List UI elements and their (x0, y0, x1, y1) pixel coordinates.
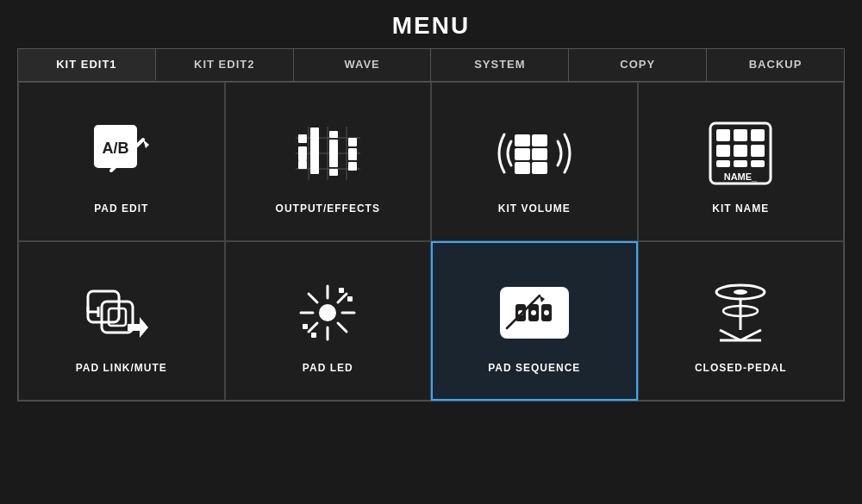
grid-item-pad-led[interactable]: PAD LED (225, 241, 432, 401)
svg-rect-56 (347, 296, 353, 302)
svg-rect-29 (734, 129, 747, 141)
pad-edit-icon: A/B (83, 115, 160, 192)
kit-volume-label: KIT VOLUME (498, 202, 571, 215)
svg-text:NAME_: NAME_ (724, 171, 758, 182)
svg-rect-23 (515, 148, 530, 160)
tab-copy[interactable]: COPY (569, 49, 707, 81)
pad-link-mute-label: PAD LINK/MUTE (76, 362, 167, 374)
svg-line-49 (338, 323, 347, 332)
svg-rect-35 (734, 160, 747, 167)
pad-led-label: PAD LED (303, 362, 353, 374)
svg-line-48 (309, 294, 317, 302)
svg-rect-30 (751, 129, 765, 141)
pad-link-mute-icon (83, 274, 160, 352)
svg-rect-26 (532, 162, 547, 174)
svg-rect-19 (348, 138, 357, 146)
tab-wave[interactable]: WAVE (294, 49, 432, 81)
svg-line-50 (338, 294, 347, 302)
pad-led-icon (289, 274, 366, 352)
svg-rect-10 (298, 146, 307, 160)
svg-rect-16 (329, 131, 338, 138)
grid-item-output-effects[interactable]: OUTPUT/EFFECTS (225, 82, 432, 241)
grid-item-kit-name[interactable]: NAME_ KIT NAME (638, 82, 845, 241)
grid-item-pad-link-mute[interactable]: PAD LINK/MUTE (18, 241, 225, 401)
output-effects-icon (289, 115, 366, 192)
svg-rect-34 (716, 160, 730, 167)
kit-name-label: KIT NAME (712, 202, 769, 215)
svg-rect-21 (515, 134, 530, 146)
svg-rect-32 (734, 145, 747, 157)
svg-rect-11 (298, 134, 307, 143)
svg-marker-3 (143, 140, 149, 148)
svg-line-51 (309, 323, 317, 332)
grid-item-pad-edit[interactable]: A/B PAD EDIT (18, 82, 225, 241)
tab-system[interactable]: SYSTEM (431, 49, 569, 81)
svg-point-52 (319, 304, 336, 321)
svg-point-63 (544, 310, 549, 315)
svg-rect-31 (716, 145, 730, 157)
svg-rect-20 (348, 162, 357, 171)
svg-rect-24 (532, 148, 547, 160)
grid-item-kit-volume[interactable]: KIT VOLUME (431, 82, 638, 241)
svg-rect-36 (751, 160, 765, 167)
svg-rect-12 (298, 160, 307, 169)
kit-name-icon: NAME_ (702, 115, 779, 192)
closed-pedal-label: CLOSED-PEDAL (695, 362, 787, 374)
tab-kit-edit1[interactable]: KIT EDIT1 (18, 49, 156, 81)
svg-text:A/B: A/B (102, 140, 128, 157)
svg-rect-28 (716, 129, 730, 141)
svg-rect-53 (303, 324, 308, 329)
svg-rect-33 (751, 145, 765, 157)
closed-pedal-icon (702, 274, 779, 352)
svg-rect-54 (311, 333, 316, 338)
output-effects-label: OUTPUT/EFFECTS (276, 202, 380, 215)
svg-rect-13 (310, 129, 319, 174)
svg-rect-18 (348, 148, 357, 160)
svg-point-62 (531, 310, 536, 315)
grid-item-pad-sequence[interactable]: PAD SEQUENCE (431, 241, 638, 401)
tab-backup[interactable]: BACKUP (707, 49, 844, 81)
pad-sequence-icon (496, 274, 573, 352)
svg-rect-14 (310, 128, 319, 134)
svg-rect-15 (329, 140, 338, 167)
svg-line-70 (720, 330, 740, 340)
svg-rect-22 (532, 134, 547, 146)
svg-line-71 (740, 330, 761, 340)
svg-point-67 (734, 289, 747, 295)
svg-rect-17 (329, 169, 338, 176)
svg-rect-38 (88, 291, 119, 322)
tab-kit-edit2[interactable]: KIT EDIT2 (156, 49, 294, 81)
menu-grid: A/B PAD EDIT (17, 81, 845, 401)
grid-item-closed-pedal[interactable]: CLOSED-PEDAL (638, 241, 845, 401)
kit-volume-icon (496, 115, 573, 192)
menu-title: MENU (0, 0, 862, 48)
svg-rect-25 (515, 162, 530, 174)
pad-edit-label: PAD EDIT (94, 202, 148, 215)
tabs-container: KIT EDIT1 KIT EDIT2 WAVE SYSTEM COPY BAC… (17, 48, 845, 81)
svg-rect-55 (339, 288, 344, 293)
pad-sequence-label: PAD SEQUENCE (488, 362, 580, 374)
